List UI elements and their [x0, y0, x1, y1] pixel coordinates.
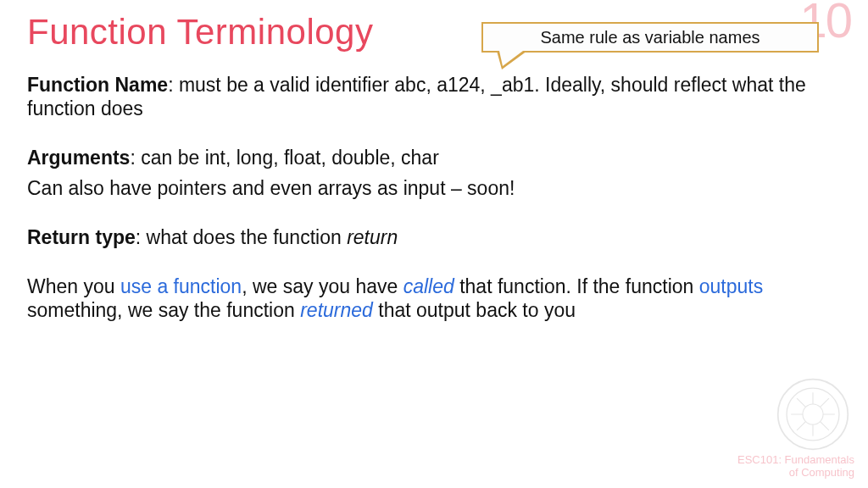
- svg-point-0: [778, 380, 849, 450]
- footer-line2: of Computing: [737, 467, 854, 480]
- para-function-name: Function Name: must be a valid identifie…: [27, 73, 841, 120]
- para-return-type: Return type: what does the function retu…: [27, 225, 841, 249]
- label-return-type: Return type: [27, 226, 136, 248]
- page-title: Function Terminology: [27, 12, 373, 53]
- label-arguments: Arguments: [27, 147, 130, 169]
- svg-point-2: [803, 404, 823, 424]
- para-arguments: Arguments: can be int, long, float, doub…: [27, 146, 841, 169]
- para-arguments-extra: Can also have pointers and even arrays a…: [27, 176, 841, 200]
- callout: Same rule as variable names: [481, 22, 819, 53]
- institute-seal-icon: [776, 378, 849, 451]
- label-function-name: Function Name: [27, 74, 168, 96]
- callout-text: Same rule as variable names: [481, 22, 819, 53]
- footer: ESC101: Fundamentals of Computing: [737, 454, 854, 480]
- slide-body: Function Name: must be a valid identifie…: [27, 73, 841, 322]
- footer-line1: ESC101: Fundamentals: [737, 454, 854, 467]
- para-usage: When you use a function, we say you have…: [27, 274, 841, 322]
